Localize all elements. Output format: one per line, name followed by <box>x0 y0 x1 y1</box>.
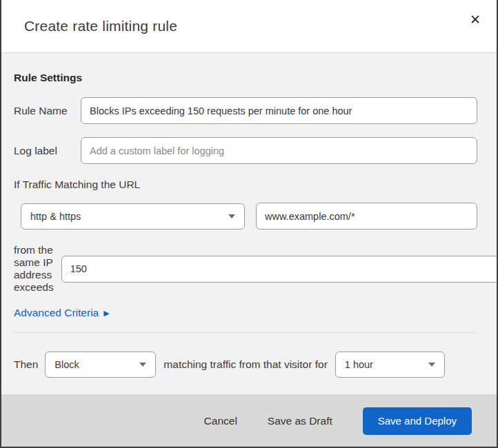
action-select[interactable]: Block <box>45 352 156 378</box>
chevron-down-icon <box>228 214 235 218</box>
section-divider <box>14 332 477 333</box>
rule-name-label: Rule Name <box>14 105 81 117</box>
advanced-criteria-label: Advanced Criteria <box>14 307 99 319</box>
action-middle-label: matching traffic from that visitor for <box>163 358 327 371</box>
chevron-down-icon <box>428 363 435 367</box>
action-row: Then Block matching traffic from that vi… <box>14 352 477 378</box>
log-label-input[interactable] <box>81 137 477 164</box>
threshold-label: from the same IP address exceeds <box>14 244 54 294</box>
save-as-draft-button[interactable]: Save as Draft <box>268 415 332 427</box>
log-label-row: Log label <box>14 137 477 164</box>
dialog-header: Create rate limiting rule ✕ <box>1 0 497 53</box>
save-and-deploy-button[interactable]: Save and Deploy <box>363 407 472 435</box>
threshold-row: from the same IP address exceeds request… <box>14 244 477 294</box>
dialog-body: Rule Settings Rule Name Log label If Tra… <box>1 53 497 394</box>
traffic-match-row: http & https <box>21 203 477 230</box>
duration-select[interactable]: 1 hour <box>335 352 445 378</box>
scheme-select-value: http & https <box>30 211 81 222</box>
chevron-down-icon <box>139 363 146 367</box>
action-select-value: Block <box>54 359 79 370</box>
log-label-label: Log label <box>14 145 81 157</box>
create-rate-limiting-rule-dialog: Create rate limiting rule ✕ Rule Setting… <box>0 0 498 448</box>
scheme-select[interactable]: http & https <box>21 203 245 230</box>
duration-select-value: 1 hour <box>345 359 373 370</box>
request-count-input[interactable] <box>61 256 498 283</box>
url-pattern-input[interactable] <box>256 203 477 230</box>
traffic-match-label: If Traffic Matching the URL <box>14 179 477 191</box>
dialog-title: Create rate limiting rule <box>24 18 177 34</box>
close-icon[interactable]: ✕ <box>466 11 484 29</box>
advanced-criteria-link[interactable]: Advanced Criteria ▶ <box>14 307 110 319</box>
rule-name-row: Rule Name <box>14 97 477 124</box>
expand-arrow-icon: ▶ <box>103 309 109 317</box>
section-heading: Rule Settings <box>14 53 477 84</box>
then-label: Then <box>14 358 38 371</box>
dialog-footer: Cancel Save as Draft Save and Deploy <box>1 394 497 447</box>
rule-name-input[interactable] <box>81 97 477 124</box>
cancel-button[interactable]: Cancel <box>204 415 237 427</box>
